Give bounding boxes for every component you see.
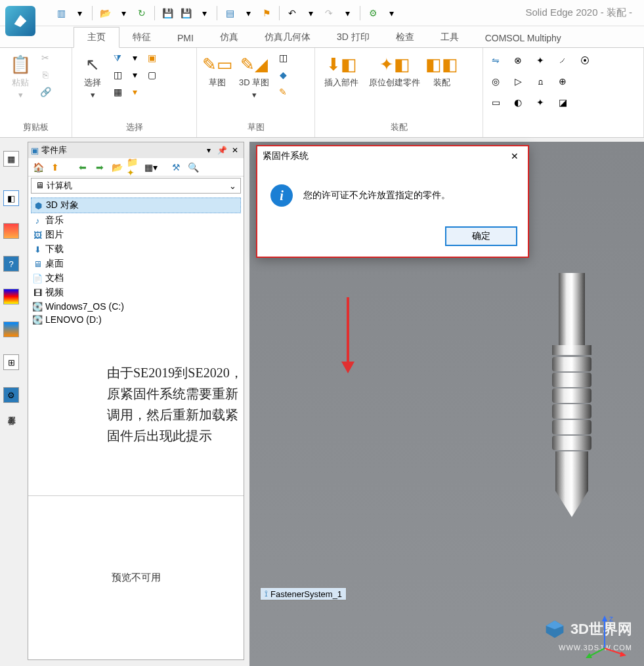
gear-icon[interactable]: ⚙ <box>366 6 380 20</box>
back-icon[interactable]: ⬅ <box>75 160 90 175</box>
item-label[interactable]: ⟟ FastenerSystem_1 <box>260 587 347 600</box>
sk-icon3[interactable]: ✎ <box>276 85 290 99</box>
tab-tools[interactable]: 工具 <box>427 28 472 47</box>
sel-icon2[interactable]: ◫ <box>110 68 125 82</box>
copy-icon[interactable]: ⎘ <box>38 68 53 82</box>
dropdown-icon[interactable]: ▾ <box>116 6 131 20</box>
item-name: FastenerSystem_1 <box>270 589 342 599</box>
paste-button[interactable]: 📋 粘贴 ▾ <box>5 51 35 102</box>
tree-item[interactable]: 🎞视频 <box>31 285 241 300</box>
tree-label: 桌面 <box>45 258 64 270</box>
rel-icon[interactable]: ⊕ <box>555 74 570 89</box>
up-icon[interactable]: ⬆ <box>48 160 62 175</box>
dropdown-icon[interactable]: ▾ <box>303 6 318 20</box>
ok-button[interactable]: 确定 <box>445 226 517 246</box>
tree-item[interactable]: 🖼图片 <box>31 228 241 242</box>
link-icon[interactable]: 🔗 <box>38 85 53 99</box>
sk-icon2[interactable]: ◆ <box>276 68 290 82</box>
tree-item[interactable]: ⬢3D 对象 <box>31 198 241 213</box>
rail-icon[interactable] <box>3 322 19 337</box>
rel-icon[interactable]: ▭ <box>488 95 503 110</box>
tree-item[interactable]: ⬇下载 <box>31 242 241 257</box>
tab-simgeom[interactable]: 仿真几何体 <box>251 28 324 47</box>
dropdown-icon[interactable]: ▾ <box>241 6 255 20</box>
tool-icon[interactable]: ⚒ <box>169 160 183 175</box>
tab-feature[interactable]: 特征 <box>119 28 164 47</box>
combo-value: 计算机 <box>47 180 72 190</box>
sk-icon1[interactable]: ◫ <box>276 51 290 65</box>
tab-comsol[interactable]: COMSOL Multiphy <box>472 29 574 47</box>
rail-icon[interactable]: ◧ <box>3 190 19 206</box>
pin-icon[interactable]: 📌 <box>216 144 228 156</box>
save-as-icon[interactable]: 💾 <box>179 6 193 20</box>
rel-icon[interactable]: ✦ <box>533 95 547 110</box>
image-icon: 🖼 <box>32 230 43 240</box>
tab-home[interactable]: 主页 <box>74 27 119 48</box>
tree-item[interactable]: 📄文档 <box>31 271 241 285</box>
sel-icon4[interactable]: ▾ <box>127 51 142 65</box>
axis-triad[interactable]: z <box>582 612 628 658</box>
select-button[interactable]: ↖ 选择 ▾ <box>77 51 108 102</box>
sketch-button[interactable]: ✎▭ 草图 <box>202 51 232 91</box>
rail-icon[interactable]: ⚙ <box>3 387 19 403</box>
rel-icon[interactable]: ◎ <box>488 74 503 89</box>
create-inplace-button[interactable]: ✦◧ 原位创建零件 <box>365 51 424 91</box>
rel-icon[interactable]: ⊗ <box>511 53 525 68</box>
rel-icon[interactable]: ⩍ <box>533 74 547 89</box>
tab-inspect[interactable]: 检查 <box>383 28 427 47</box>
rail-icon[interactable]: ? <box>3 256 19 272</box>
folder-open-icon[interactable]: 📂 <box>110 160 124 175</box>
filter-icon[interactable]: ⧩ <box>110 51 125 65</box>
search-icon[interactable]: 🔍 <box>186 160 200 175</box>
cut-icon[interactable]: ✂ <box>38 51 53 65</box>
rail-icon[interactable] <box>3 223 19 239</box>
sel-icon6[interactable]: ▾ <box>127 85 142 99</box>
dropdown-icon[interactable]: ▾ <box>72 6 87 20</box>
open-icon[interactable]: 📂 <box>98 6 112 20</box>
refresh-icon[interactable]: ↻ <box>135 6 149 20</box>
app-icon[interactable] <box>5 6 35 36</box>
view-icon[interactable]: ▦▾ <box>144 160 158 175</box>
dropdown-icon[interactable]: ▾ <box>197 6 211 20</box>
home-icon[interactable]: 🏠 <box>31 160 45 175</box>
save-icon[interactable]: 💾 <box>160 6 175 20</box>
redo-icon[interactable]: ↷ <box>322 6 336 20</box>
sel-icon3[interactable]: ▦ <box>110 85 125 99</box>
flag-icon[interactable]: ⚑ <box>259 6 274 20</box>
tree-item[interactable]: 💽Windows7_OS (C:) <box>31 300 241 313</box>
close-icon[interactable]: ✕ <box>507 150 523 163</box>
tree-item[interactable]: 🖥桌面 <box>31 257 241 271</box>
sel-icon5[interactable]: ▾ <box>127 68 142 82</box>
sel-icon7[interactable]: ▣ <box>144 51 159 65</box>
dropdown-icon[interactable]: ▾ <box>340 6 354 20</box>
rail-icon[interactable]: ▦ <box>3 151 19 167</box>
tab-3dprint[interactable]: 3D 打印 <box>324 28 383 47</box>
location-combo[interactable]: 🖥 计算机 ⌄ <box>31 178 241 194</box>
undo-icon[interactable]: ↶ <box>285 6 299 20</box>
tree-item[interactable]: ♪音乐 <box>31 213 241 228</box>
rel-icon[interactable]: ✦ <box>533 53 547 68</box>
tab-pmi[interactable]: PMI <box>164 29 207 47</box>
rel-icon[interactable]: ⟋ <box>555 53 570 68</box>
insert-part-button[interactable]: ⬇◧ 插入部件 <box>320 51 362 91</box>
sel-icon8[interactable]: ▢ <box>144 68 159 82</box>
list-icon[interactable]: ▤ <box>223 6 237 20</box>
3dsketch-button[interactable]: ✎◢ 3D 草图 ▾ <box>235 51 273 102</box>
rel-icon[interactable]: ◐ <box>511 95 525 110</box>
parts-library-panel: ▣ 零件库 ▾ 📌 ✕ 🏠 ⬆ ⬅ ➡ 📂 📁✦ ▦▾ ⚒ 🔍 🖥 计算机 ⌄ … <box>28 142 244 660</box>
new-icon[interactable]: ▥ <box>54 6 68 20</box>
tree-item[interactable]: 💽LENOVO (D:) <box>31 313 241 326</box>
rail-icon[interactable] <box>3 289 19 304</box>
assemble-button[interactable]: ◧◧ 装配 <box>427 51 457 91</box>
rel-icon[interactable]: ▷ <box>511 74 525 89</box>
forward-icon[interactable]: ➡ <box>93 160 107 175</box>
dropdown-icon[interactable]: ▾ <box>384 6 398 20</box>
dropdown-icon[interactable]: ▾ <box>203 144 215 156</box>
rel-icon[interactable]: ⦿ <box>578 53 592 68</box>
folder-new-icon[interactable]: 📁✦ <box>127 160 141 175</box>
rel-icon[interactable]: ◪ <box>555 95 570 110</box>
rel-icon[interactable]: ⇋ <box>488 53 503 68</box>
rail-icon[interactable]: ⊞ <box>3 354 19 370</box>
close-icon[interactable]: ✕ <box>229 144 241 156</box>
tab-sim[interactable]: 仿真 <box>207 28 251 47</box>
